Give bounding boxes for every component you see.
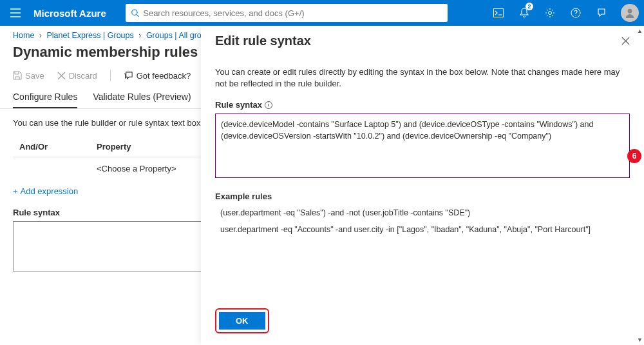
tab-configure-rules[interactable]: Configure Rules bbox=[13, 92, 77, 108]
cloud-shell-button[interactable] bbox=[487, 0, 510, 26]
search-input[interactable] bbox=[143, 8, 442, 18]
sidepanel-footer: OK bbox=[201, 301, 644, 345]
notification-badge: 2 bbox=[526, 3, 533, 10]
hamburger-menu-button[interactable] bbox=[5, 3, 26, 23]
help-icon bbox=[571, 8, 581, 18]
sidepanel-header: Edit rule syntax bbox=[201, 26, 644, 51]
sidepanel-title: Edit rule syntax bbox=[215, 34, 311, 48]
breadcrumb-home[interactable]: Home bbox=[13, 31, 34, 40]
svg-point-0 bbox=[131, 10, 137, 15]
gear-icon bbox=[545, 8, 555, 18]
scrollbar[interactable]: ▲ ▼ bbox=[636, 26, 644, 345]
settings-button[interactable] bbox=[538, 0, 562, 26]
feedback-button[interactable] bbox=[590, 0, 613, 26]
save-button[interactable]: Save bbox=[13, 71, 44, 81]
discard-label: Discard bbox=[69, 71, 97, 81]
rule-syntax-label-text: Rule syntax bbox=[215, 100, 262, 110]
save-label: Save bbox=[25, 71, 44, 81]
got-feedback-button[interactable]: Got feedback? bbox=[124, 71, 191, 81]
example-rules-label: Example rules bbox=[215, 192, 630, 201]
column-and-or: And/Or bbox=[13, 142, 97, 152]
sidepanel-body: You can create or edit rules directly by… bbox=[201, 51, 644, 301]
cloud-shell-icon bbox=[493, 8, 504, 17]
svg-point-3 bbox=[549, 12, 552, 15]
and-or-cell bbox=[13, 164, 97, 173]
discard-icon bbox=[57, 72, 66, 80]
account-avatar[interactable] bbox=[621, 4, 639, 22]
got-feedback-label: Got feedback? bbox=[137, 71, 191, 81]
feedback-icon bbox=[596, 8, 607, 18]
help-button[interactable] bbox=[564, 0, 587, 26]
info-icon[interactable]: i bbox=[265, 101, 272, 109]
chevron-right-icon: › bbox=[138, 31, 141, 40]
breadcrumb-planet-express-groups[interactable]: Planet Express | Groups bbox=[46, 31, 133, 40]
edit-rule-syntax-panel: Edit rule syntax You can create or edit … bbox=[201, 26, 644, 345]
sidepanel-description: You can create or edit rules directly by… bbox=[215, 66, 630, 90]
scroll-up-arrow-icon[interactable]: ▲ bbox=[637, 26, 643, 36]
hamburger-icon bbox=[10, 8, 21, 17]
close-icon bbox=[621, 37, 630, 45]
rule-syntax-field-label: Rule syntax i bbox=[215, 100, 630, 110]
brand-label[interactable]: Microsoft Azure bbox=[33, 8, 106, 19]
feedback-icon bbox=[124, 71, 133, 81]
save-icon bbox=[13, 71, 22, 80]
page-title: Dynamic membership rules bbox=[13, 44, 198, 61]
example-rule-2: user.department -eq "Accounts" -and user… bbox=[220, 224, 630, 236]
tab-validate-rules[interactable]: Validate Rules (Preview) bbox=[93, 92, 191, 108]
discard-button[interactable]: Discard bbox=[57, 71, 97, 81]
ok-button-highlight: OK bbox=[215, 308, 269, 333]
svg-point-5 bbox=[628, 9, 632, 14]
svg-rect-2 bbox=[494, 9, 504, 17]
person-icon bbox=[624, 7, 636, 19]
close-button[interactable] bbox=[621, 37, 630, 45]
global-search[interactable] bbox=[126, 4, 448, 22]
top-navigation-bar: Microsoft Azure 2 bbox=[0, 0, 644, 26]
rule-syntax-textarea[interactable] bbox=[215, 113, 630, 178]
command-separator bbox=[110, 70, 111, 81]
svg-line-1 bbox=[137, 15, 138, 17]
ok-button[interactable]: OK bbox=[219, 312, 265, 330]
add-expression-label: Add expression bbox=[21, 186, 79, 196]
plus-icon: + bbox=[13, 186, 18, 196]
example-rule-1: (user.department -eq "Sales") -and -not … bbox=[220, 208, 630, 219]
notifications-button[interactable]: 2 bbox=[513, 0, 536, 26]
search-icon bbox=[131, 8, 139, 17]
top-icons-group: 2 bbox=[487, 0, 639, 26]
chevron-right-icon: › bbox=[39, 31, 42, 40]
scroll-down-arrow-icon[interactable]: ▼ bbox=[637, 335, 643, 345]
